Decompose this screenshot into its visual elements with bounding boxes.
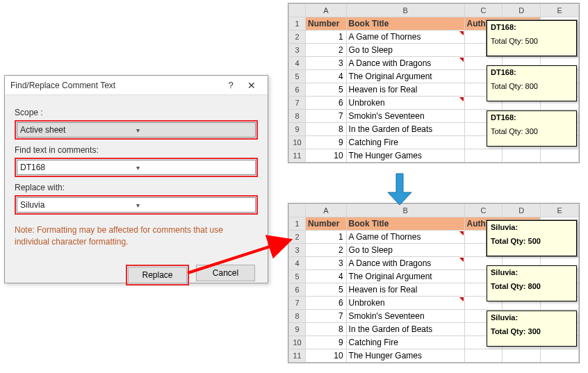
col-header-e[interactable]: E <box>541 204 579 217</box>
col-header-c[interactable]: C <box>464 4 503 17</box>
cell[interactable]: 5 <box>306 83 346 97</box>
scope-combobox[interactable]: Active sheet ▾ <box>17 122 256 138</box>
replace-combobox[interactable]: Siluvia ▾ <box>17 197 256 213</box>
cell[interactable]: Go to Sleep <box>346 44 464 57</box>
row-header[interactable]: 7 <box>289 297 306 310</box>
row-header[interactable]: 1 <box>289 217 306 231</box>
cell[interactable]: Number <box>306 17 346 31</box>
cell[interactable]: A Game of Thornes <box>346 231 464 244</box>
cell[interactable]: A Dance with Dragons <box>346 257 464 270</box>
cell[interactable]: 9 <box>306 136 346 149</box>
cell[interactable]: 2 <box>306 244 346 257</box>
comment-box[interactable]: Siluvia:Total Qty: 500 <box>487 220 577 256</box>
cell[interactable]: 10 <box>306 149 346 163</box>
cell[interactable]: 4 <box>306 270 346 283</box>
row-header[interactable]: 7 <box>289 97 306 110</box>
row-header[interactable]: 9 <box>289 323 306 336</box>
cell[interactable] <box>541 149 579 163</box>
cell[interactable]: 8 <box>306 123 346 136</box>
cell[interactable] <box>541 349 579 363</box>
row-header[interactable]: 11 <box>289 349 306 363</box>
col-header-a[interactable]: A <box>306 4 346 17</box>
chevron-down-icon: ▾ <box>136 126 252 134</box>
cell[interactable]: 7 <box>306 310 346 323</box>
cell[interactable]: 1 <box>306 231 346 244</box>
help-button[interactable]: ? <box>220 76 241 94</box>
cell[interactable]: Unbroken <box>346 97 464 110</box>
col-header-e[interactable]: E <box>541 4 579 17</box>
cell[interactable]: Go to Sleep <box>346 244 464 257</box>
cell[interactable]: Number <box>306 217 346 231</box>
find-combobox[interactable]: DT168 ▾ <box>17 160 256 175</box>
cell[interactable]: Book Title <box>346 17 464 31</box>
arrow-red-icon <box>184 235 295 283</box>
row-header[interactable]: 10 <box>289 136 306 149</box>
cell[interactable]: Smokin's Seventeen <box>346 110 464 123</box>
cell[interactable]: 3 <box>306 257 346 270</box>
cell[interactable]: Heaven is for Real <box>346 83 464 97</box>
cell[interactable]: The Hunger Games <box>346 349 464 363</box>
row-header[interactable]: 1 <box>289 17 306 31</box>
cell[interactable]: In the Garden of Beats <box>346 123 464 136</box>
comment-author: DT168: <box>491 23 573 31</box>
corner-cell[interactable] <box>289 204 306 217</box>
close-button[interactable]: ✕ <box>241 76 262 94</box>
cell[interactable]: The Original Argument <box>346 270 464 283</box>
cell[interactable] <box>503 149 541 163</box>
comment-box[interactable]: DT168:Total Qty: 500 <box>487 20 577 56</box>
svg-line-0 <box>188 242 285 273</box>
cell[interactable] <box>464 149 503 163</box>
row-header[interactable]: 2 <box>289 31 306 44</box>
comment-qty: Total Qty: 800 <box>491 82 573 90</box>
cell[interactable]: A Dance with Dragons <box>346 57 464 70</box>
cell[interactable]: The Hunger Games <box>346 149 464 163</box>
cell[interactable]: 3 <box>306 57 346 70</box>
col-header-d[interactable]: D <box>503 4 541 17</box>
row-header[interactable]: 3 <box>289 44 306 57</box>
cell[interactable]: 2 <box>306 44 346 57</box>
cell[interactable]: 8 <box>306 323 346 336</box>
comment-box[interactable]: DT168:Total Qty: 800 <box>487 65 577 101</box>
cell[interactable]: Unbroken <box>346 297 464 310</box>
cell[interactable]: 5 <box>306 283 346 297</box>
replace-button[interactable]: Replace <box>128 267 187 283</box>
row-header[interactable]: 4 <box>289 57 306 70</box>
cell[interactable]: 4 <box>306 70 346 83</box>
dialog-titlebar: Find/Replace Comment Text ? ✕ <box>5 76 268 95</box>
cell[interactable]: Catching Fire <box>346 336 464 349</box>
comment-indicator-icon <box>459 297 464 301</box>
row-header[interactable]: 5 <box>289 70 306 83</box>
cell[interactable]: The Original Argument <box>346 70 464 83</box>
col-header-d[interactable]: D <box>503 204 541 217</box>
cell[interactable]: 6 <box>306 97 346 110</box>
cell[interactable]: A Game of Thornes <box>346 31 464 44</box>
col-header-a[interactable]: A <box>306 204 346 217</box>
cell[interactable]: Book Title <box>346 217 464 231</box>
row-header[interactable]: 11 <box>289 149 306 163</box>
cell[interactable]: 6 <box>306 297 346 310</box>
corner-cell[interactable] <box>289 4 306 17</box>
cell[interactable]: Smokin's Seventeen <box>346 310 464 323</box>
row-header[interactable]: 10 <box>289 336 306 349</box>
cell[interactable]: Catching Fire <box>346 136 464 149</box>
cell[interactable] <box>464 349 503 363</box>
cell[interactable]: In the Garden of Beats <box>346 323 464 336</box>
row-header[interactable]: 8 <box>289 110 306 123</box>
comment-box[interactable]: DT168:Total Qty: 300 <box>487 110 577 147</box>
scope-value: Active sheet <box>20 125 136 135</box>
cell[interactable] <box>503 349 541 363</box>
col-header-c[interactable]: C <box>464 204 503 217</box>
row-header[interactable]: 9 <box>289 123 306 136</box>
scope-label: Scope : <box>15 108 258 117</box>
row-header[interactable]: 8 <box>289 310 306 323</box>
row-header[interactable]: 6 <box>289 83 306 97</box>
cell[interactable]: 1 <box>306 31 346 44</box>
cell[interactable]: 10 <box>306 349 346 363</box>
row-header[interactable]: 6 <box>289 283 306 297</box>
cell[interactable]: 7 <box>306 110 346 123</box>
comment-box[interactable]: Siluvia:Total Qty: 800 <box>487 265 577 301</box>
comment-box[interactable]: Siluvia:Total Qty: 300 <box>487 310 577 347</box>
cell[interactable]: 9 <box>306 336 346 349</box>
cell[interactable]: Heaven is for Real <box>346 283 464 297</box>
col-header-b[interactable]: B <box>346 4 464 17</box>
